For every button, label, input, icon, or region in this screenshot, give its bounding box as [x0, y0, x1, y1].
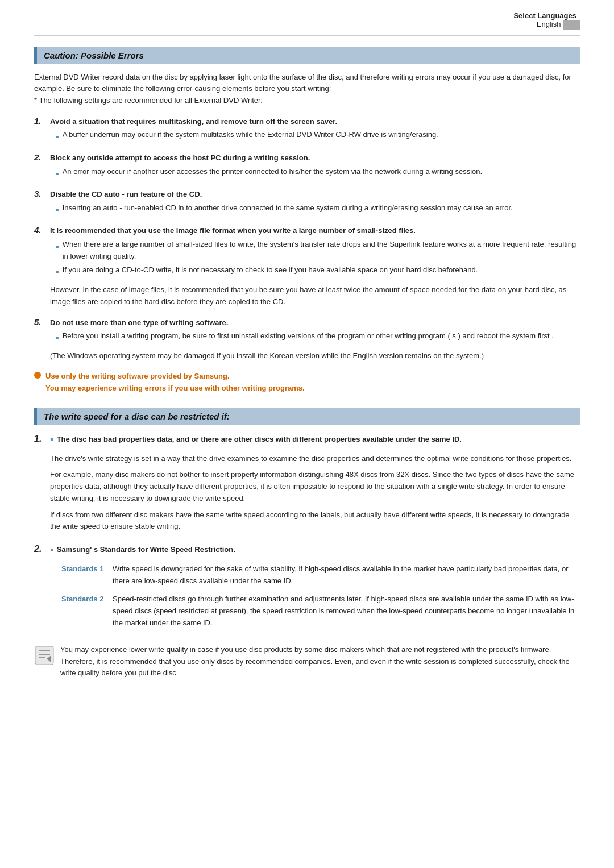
- item3-title: Disable the CD auto - run feature of the…: [50, 189, 580, 200]
- standards2-desc: Speed-restricted discs go through furthe…: [113, 593, 580, 629]
- item3-sub1-text: Inserting an auto - run-enabled CD in to…: [63, 202, 513, 214]
- section1-header: Caution: Possible Errors: [34, 47, 580, 64]
- speed-item1-content: ▪ The disc has bad properties data, and …: [50, 434, 580, 536]
- note-area: You may experience lower write quality i…: [34, 644, 580, 679]
- bullet-icon: ▪: [56, 239, 59, 254]
- item5-num: 5.: [34, 317, 48, 327]
- note-icon: [34, 645, 55, 666]
- language-selector[interactable]: Select Languages English: [513, 11, 580, 30]
- item4-content: It is recommended that you use the image…: [50, 225, 580, 311]
- warning-text-block: Use only the writing software provided b…: [45, 371, 305, 394]
- item4-title: It is recommended that you use the image…: [50, 225, 580, 236]
- speed-item-1: 1. ▪ The disc has bad properties data, a…: [34, 434, 580, 536]
- item1-sub1-text: A buffer underrun may occur if the syste…: [63, 129, 438, 141]
- item2-sub1-text: An error may occur if another user acces…: [63, 166, 482, 178]
- speed-item2-num: 2.: [34, 544, 50, 554]
- language-text: English: [513, 20, 580, 30]
- item3-num: 3.: [34, 189, 48, 198]
- item1-subs: ▪ A buffer underrun may occur if the sys…: [56, 129, 580, 144]
- item1-title: Avoid a situation that requires multitas…: [50, 116, 580, 127]
- warning-line2: You may experience writing errors if you…: [45, 383, 305, 394]
- speed-item2-title-row: ▪ Samsung' s Standards for Write Speed R…: [50, 544, 580, 559]
- item5-sub1: ▪ Before you install a writing program, …: [56, 330, 580, 346]
- item2-content: Block any outside attempt to access the …: [50, 152, 580, 183]
- speed-item1-para1: The drive's write strategy is set in a w…: [50, 453, 580, 465]
- section1-intro: External DVD Writer record data on the d…: [34, 72, 580, 107]
- speed-item1-num: 1.: [34, 434, 50, 444]
- speed-item1-para2: For example, many disc makers do not bot…: [50, 469, 580, 504]
- speed-item2-title: Samsung' s Standards for Write Speed Res…: [57, 544, 235, 555]
- speed-item1-para3: If discs from two different disc makers …: [50, 509, 580, 533]
- caution-item-5: 5. Do not use more than one type of writ…: [34, 317, 580, 366]
- bullet-icon: ▪: [56, 331, 59, 346]
- select-languages-label: Select Languages: [513, 11, 576, 20]
- section2: The write speed for a disc can be restri…: [34, 408, 580, 679]
- item4-sub2-text: If you are doing a CD-to-CD write, it is…: [63, 264, 478, 276]
- item2-title: Block any outside attempt to access the …: [50, 152, 580, 164]
- item5-sub1-text: Before you install a writing program, be…: [63, 330, 554, 342]
- item4-extra: However, in the case of image files, it …: [50, 284, 580, 308]
- language-dropdown-button[interactable]: [563, 20, 580, 30]
- intro-line1: External DVD Writer record data on the d…: [34, 73, 571, 93]
- orange-dot-icon: [34, 372, 41, 379]
- caution-item-4: 4. It is recommended that you use the im…: [34, 225, 580, 311]
- standards-row-1: Standards 1 Write speed is downgraded fo…: [61, 563, 580, 587]
- item4-subs: ▪ When there are a large number of small…: [56, 239, 580, 280]
- bullet-icon: ▪: [50, 545, 53, 555]
- speed-item-2: 2. ▪ Samsung' s Standards for Write Spee…: [34, 544, 580, 636]
- intro-line2: * The following settings are recommended…: [34, 96, 263, 105]
- item3-sub1: ▪ Inserting an auto - run-enabled CD in …: [56, 202, 580, 218]
- bullet-icon: ▪: [50, 434, 53, 445]
- bullet-icon: ▪: [56, 265, 59, 280]
- item4-sub1-text: When there are a large number of small-s…: [63, 239, 580, 263]
- item2-sub1: ▪ An error may occur if another user acc…: [56, 166, 580, 181]
- item1-num: 1.: [34, 116, 48, 126]
- speed-item1-title: The disc has bad properties data, and or…: [57, 434, 462, 445]
- item5-title: Do not use more than one type of writing…: [50, 317, 580, 329]
- language-value: English: [537, 20, 561, 28]
- bullet-icon: ▪: [56, 130, 59, 144]
- caution-item-3: 3. Disable the CD auto - run feature of …: [34, 189, 580, 219]
- item4-sub1: ▪ When there are a large number of small…: [56, 239, 580, 263]
- item4-sub2: ▪ If you are doing a CD-to-CD write, it …: [56, 264, 580, 280]
- top-bar: Select Languages English: [34, 11, 580, 36]
- note-text: You may experience lower write quality i…: [60, 644, 580, 679]
- bullet-icon: ▪: [56, 167, 59, 181]
- standards2-label: Standards 2: [61, 593, 113, 603]
- item1-content: Avoid a situation that requires multitas…: [50, 116, 580, 147]
- standards1-label: Standards 1: [61, 563, 113, 573]
- caution-item-2: 2. Block any outside attempt to access t…: [34, 152, 580, 183]
- item5-extra: (The Windows operating system may be dam…: [50, 350, 580, 362]
- item3-content: Disable the CD auto - run feature of the…: [50, 189, 580, 219]
- item3-subs: ▪ Inserting an auto - run-enabled CD in …: [56, 202, 580, 218]
- bullet-icon: ▪: [56, 203, 59, 218]
- item5-content: Do not use more than one type of writing…: [50, 317, 580, 366]
- warning-area: Use only the writing software provided b…: [34, 371, 580, 394]
- item2-num: 2.: [34, 152, 48, 162]
- item1-sub1: ▪ A buffer underrun may occur if the sys…: [56, 129, 580, 144]
- speed-item2-content: ▪ Samsung' s Standards for Write Speed R…: [50, 544, 580, 636]
- standards-table: Standards 1 Write speed is downgraded fo…: [61, 563, 580, 629]
- caution-item-1: 1. Avoid a situation that requires multi…: [34, 116, 580, 147]
- item5-subs: ▪ Before you install a writing program, …: [56, 330, 580, 346]
- item2-subs: ▪ An error may occur if another user acc…: [56, 166, 580, 181]
- standards-row-2: Standards 2 Speed-restricted discs go th…: [61, 593, 580, 629]
- warning-line1: Use only the writing software provided b…: [45, 371, 305, 383]
- item4-num: 4.: [34, 225, 48, 235]
- section2-header: The write speed for a disc can be restri…: [34, 408, 580, 425]
- standards1-desc: Write speed is downgraded for the sake o…: [113, 563, 580, 587]
- speed-item1-title-row: ▪ The disc has bad properties data, and …: [50, 434, 580, 448]
